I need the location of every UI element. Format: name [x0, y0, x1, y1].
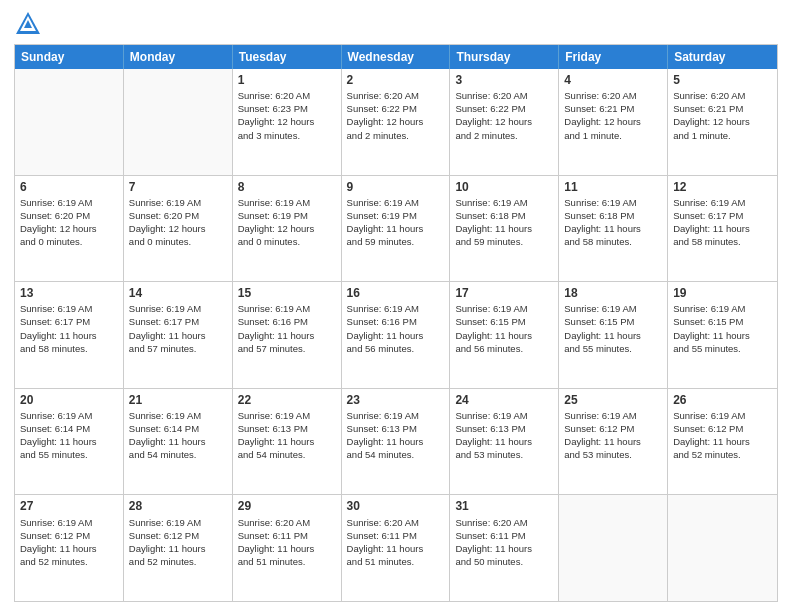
day-cell-29: 29Sunrise: 6:20 AM Sunset: 6:11 PM Dayli… — [233, 495, 342, 601]
day-cell-31: 31Sunrise: 6:20 AM Sunset: 6:11 PM Dayli… — [450, 495, 559, 601]
day-cell-empty — [124, 69, 233, 175]
day-info: Sunrise: 6:19 AM Sunset: 6:16 PM Dayligh… — [347, 302, 445, 354]
day-cell-6: 6Sunrise: 6:19 AM Sunset: 6:20 PM Daylig… — [15, 176, 124, 282]
logo — [14, 10, 46, 38]
day-cell-24: 24Sunrise: 6:19 AM Sunset: 6:13 PM Dayli… — [450, 389, 559, 495]
calendar-row-1: 6Sunrise: 6:19 AM Sunset: 6:20 PM Daylig… — [15, 175, 777, 282]
day-info: Sunrise: 6:20 AM Sunset: 6:22 PM Dayligh… — [455, 89, 553, 141]
logo-icon — [14, 10, 42, 38]
day-number: 15 — [238, 285, 336, 301]
header-day-monday: Monday — [124, 45, 233, 69]
day-info: Sunrise: 6:20 AM Sunset: 6:11 PM Dayligh… — [238, 516, 336, 568]
day-cell-13: 13Sunrise: 6:19 AM Sunset: 6:17 PM Dayli… — [15, 282, 124, 388]
day-number: 3 — [455, 72, 553, 88]
header-day-sunday: Sunday — [15, 45, 124, 69]
day-cell-25: 25Sunrise: 6:19 AM Sunset: 6:12 PM Dayli… — [559, 389, 668, 495]
day-info: Sunrise: 6:19 AM Sunset: 6:12 PM Dayligh… — [20, 516, 118, 568]
day-cell-21: 21Sunrise: 6:19 AM Sunset: 6:14 PM Dayli… — [124, 389, 233, 495]
day-info: Sunrise: 6:19 AM Sunset: 6:12 PM Dayligh… — [564, 409, 662, 461]
day-number: 24 — [455, 392, 553, 408]
day-number: 18 — [564, 285, 662, 301]
day-number: 1 — [238, 72, 336, 88]
day-info: Sunrise: 6:19 AM Sunset: 6:12 PM Dayligh… — [129, 516, 227, 568]
day-info: Sunrise: 6:19 AM Sunset: 6:15 PM Dayligh… — [564, 302, 662, 354]
day-info: Sunrise: 6:20 AM Sunset: 6:21 PM Dayligh… — [564, 89, 662, 141]
calendar-row-4: 27Sunrise: 6:19 AM Sunset: 6:12 PM Dayli… — [15, 494, 777, 601]
header-day-wednesday: Wednesday — [342, 45, 451, 69]
day-info: Sunrise: 6:19 AM Sunset: 6:14 PM Dayligh… — [20, 409, 118, 461]
header — [14, 10, 778, 38]
day-cell-9: 9Sunrise: 6:19 AM Sunset: 6:19 PM Daylig… — [342, 176, 451, 282]
day-number: 27 — [20, 498, 118, 514]
day-cell-20: 20Sunrise: 6:19 AM Sunset: 6:14 PM Dayli… — [15, 389, 124, 495]
day-number: 29 — [238, 498, 336, 514]
day-cell-11: 11Sunrise: 6:19 AM Sunset: 6:18 PM Dayli… — [559, 176, 668, 282]
day-cell-19: 19Sunrise: 6:19 AM Sunset: 6:15 PM Dayli… — [668, 282, 777, 388]
day-number: 30 — [347, 498, 445, 514]
day-cell-26: 26Sunrise: 6:19 AM Sunset: 6:12 PM Dayli… — [668, 389, 777, 495]
day-info: Sunrise: 6:20 AM Sunset: 6:21 PM Dayligh… — [673, 89, 772, 141]
day-cell-12: 12Sunrise: 6:19 AM Sunset: 6:17 PM Dayli… — [668, 176, 777, 282]
day-number: 4 — [564, 72, 662, 88]
day-info: Sunrise: 6:19 AM Sunset: 6:13 PM Dayligh… — [238, 409, 336, 461]
header-day-saturday: Saturday — [668, 45, 777, 69]
day-number: 28 — [129, 498, 227, 514]
day-info: Sunrise: 6:19 AM Sunset: 6:13 PM Dayligh… — [455, 409, 553, 461]
day-cell-1: 1Sunrise: 6:20 AM Sunset: 6:23 PM Daylig… — [233, 69, 342, 175]
day-number: 2 — [347, 72, 445, 88]
day-number: 23 — [347, 392, 445, 408]
day-cell-7: 7Sunrise: 6:19 AM Sunset: 6:20 PM Daylig… — [124, 176, 233, 282]
day-info: Sunrise: 6:19 AM Sunset: 6:16 PM Dayligh… — [238, 302, 336, 354]
day-cell-3: 3Sunrise: 6:20 AM Sunset: 6:22 PM Daylig… — [450, 69, 559, 175]
day-number: 31 — [455, 498, 553, 514]
calendar: SundayMondayTuesdayWednesdayThursdayFrid… — [14, 44, 778, 602]
day-number: 25 — [564, 392, 662, 408]
day-number: 19 — [673, 285, 772, 301]
page-container: SundayMondayTuesdayWednesdayThursdayFrid… — [0, 0, 792, 612]
day-number: 8 — [238, 179, 336, 195]
day-cell-15: 15Sunrise: 6:19 AM Sunset: 6:16 PM Dayli… — [233, 282, 342, 388]
day-info: Sunrise: 6:20 AM Sunset: 6:11 PM Dayligh… — [347, 516, 445, 568]
day-info: Sunrise: 6:20 AM Sunset: 6:11 PM Dayligh… — [455, 516, 553, 568]
day-number: 9 — [347, 179, 445, 195]
day-number: 12 — [673, 179, 772, 195]
day-cell-5: 5Sunrise: 6:20 AM Sunset: 6:21 PM Daylig… — [668, 69, 777, 175]
calendar-row-0: 1Sunrise: 6:20 AM Sunset: 6:23 PM Daylig… — [15, 69, 777, 175]
calendar-row-2: 13Sunrise: 6:19 AM Sunset: 6:17 PM Dayli… — [15, 281, 777, 388]
day-number: 7 — [129, 179, 227, 195]
day-number: 17 — [455, 285, 553, 301]
calendar-body: 1Sunrise: 6:20 AM Sunset: 6:23 PM Daylig… — [15, 69, 777, 601]
day-cell-27: 27Sunrise: 6:19 AM Sunset: 6:12 PM Dayli… — [15, 495, 124, 601]
day-cell-10: 10Sunrise: 6:19 AM Sunset: 6:18 PM Dayli… — [450, 176, 559, 282]
day-cell-empty — [559, 495, 668, 601]
day-info: Sunrise: 6:19 AM Sunset: 6:14 PM Dayligh… — [129, 409, 227, 461]
day-cell-8: 8Sunrise: 6:19 AM Sunset: 6:19 PM Daylig… — [233, 176, 342, 282]
day-number: 10 — [455, 179, 553, 195]
day-info: Sunrise: 6:19 AM Sunset: 6:15 PM Dayligh… — [673, 302, 772, 354]
day-cell-2: 2Sunrise: 6:20 AM Sunset: 6:22 PM Daylig… — [342, 69, 451, 175]
day-cell-empty — [15, 69, 124, 175]
day-number: 5 — [673, 72, 772, 88]
day-cell-16: 16Sunrise: 6:19 AM Sunset: 6:16 PM Dayli… — [342, 282, 451, 388]
day-cell-23: 23Sunrise: 6:19 AM Sunset: 6:13 PM Dayli… — [342, 389, 451, 495]
day-cell-18: 18Sunrise: 6:19 AM Sunset: 6:15 PM Dayli… — [559, 282, 668, 388]
day-info: Sunrise: 6:19 AM Sunset: 6:19 PM Dayligh… — [347, 196, 445, 248]
day-info: Sunrise: 6:20 AM Sunset: 6:22 PM Dayligh… — [347, 89, 445, 141]
day-cell-30: 30Sunrise: 6:20 AM Sunset: 6:11 PM Dayli… — [342, 495, 451, 601]
day-number: 22 — [238, 392, 336, 408]
day-info: Sunrise: 6:19 AM Sunset: 6:12 PM Dayligh… — [673, 409, 772, 461]
day-number: 14 — [129, 285, 227, 301]
day-info: Sunrise: 6:19 AM Sunset: 6:19 PM Dayligh… — [238, 196, 336, 248]
day-cell-28: 28Sunrise: 6:19 AM Sunset: 6:12 PM Dayli… — [124, 495, 233, 601]
day-number: 20 — [20, 392, 118, 408]
day-info: Sunrise: 6:19 AM Sunset: 6:17 PM Dayligh… — [129, 302, 227, 354]
header-day-thursday: Thursday — [450, 45, 559, 69]
day-info: Sunrise: 6:19 AM Sunset: 6:13 PM Dayligh… — [347, 409, 445, 461]
day-info: Sunrise: 6:19 AM Sunset: 6:17 PM Dayligh… — [20, 302, 118, 354]
day-number: 16 — [347, 285, 445, 301]
day-info: Sunrise: 6:19 AM Sunset: 6:18 PM Dayligh… — [564, 196, 662, 248]
day-cell-4: 4Sunrise: 6:20 AM Sunset: 6:21 PM Daylig… — [559, 69, 668, 175]
day-info: Sunrise: 6:19 AM Sunset: 6:18 PM Dayligh… — [455, 196, 553, 248]
day-info: Sunrise: 6:19 AM Sunset: 6:17 PM Dayligh… — [673, 196, 772, 248]
day-number: 6 — [20, 179, 118, 195]
